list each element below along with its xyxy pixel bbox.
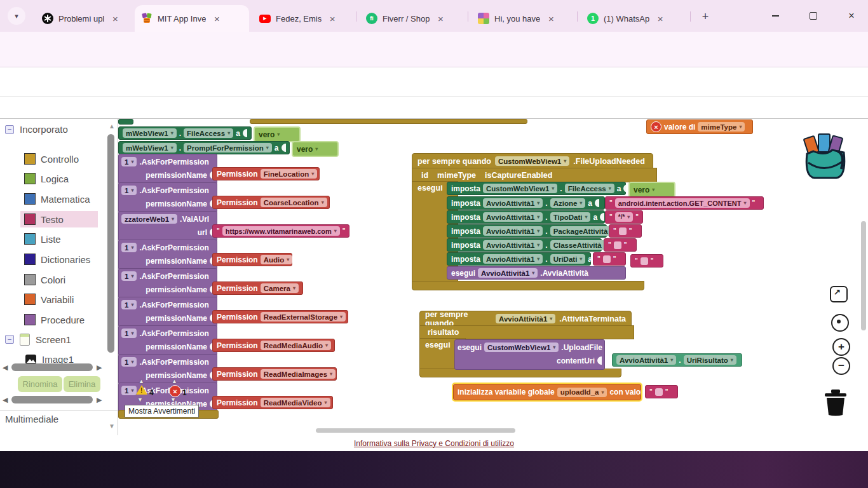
scroll-left-icon[interactable]: [3, 363, 8, 372]
component-dropdown[interactable]: zzatoreWeb1: [121, 214, 177, 224]
palette-item-liste[interactable]: Liste: [24, 231, 61, 247]
tree-collapse-icon[interactable]: [5, 335, 14, 344]
palette-item-variabili[interactable]: Variabili: [24, 291, 74, 308]
block-permission-audio[interactable]: Permission Audio: [212, 253, 292, 266]
block-askforpermission[interactable]: 1.AskForPermission permissionName: [118, 297, 217, 327]
tab-chatgpt[interactable]: Problemi upl: [36, 5, 132, 32]
tree-collapse-icon[interactable]: [5, 125, 14, 134]
component-dropdown[interactable]: 1: [121, 157, 137, 166]
component-dropdown[interactable]: AvvioAttività1: [483, 226, 543, 236]
block-set-promptforpermission[interactable]: mWebView1 . PromptForPermission a: [118, 141, 290, 154]
tab-mit-app-inventor[interactable]: MIT App Inve: [135, 5, 249, 32]
scroll-down-icon[interactable]: ▼: [109, 423, 115, 430]
block-text-url[interactable]: https://www.vitamarinaweb.com: [212, 224, 349, 238]
block-permission-readmediavideo[interactable]: Permission ReadMediaVideo: [212, 396, 333, 409]
block-when-attivitaterminata[interactable]: per sempre quando AvvioAttività1 .Attivi…: [419, 311, 632, 327]
palette-vscrollbar-thumb[interactable]: [107, 134, 114, 353]
block-valore-di-mimetype[interactable]: valore di mimeType: [646, 119, 753, 134]
permission-dropdown[interactable]: ReadMediaAudio: [261, 341, 331, 350]
fit-screen-icon[interactable]: [830, 286, 848, 302]
block-set-packageattivita[interactable]: imposta AvvioAttività1 . PackageAttività…: [447, 224, 607, 238]
block-set-fileaccess[interactable]: mWebView1 . FileAccess a: [118, 126, 252, 140]
block-askforpermission[interactable]: 1.AskForPermission permissionName: [118, 325, 217, 356]
block-set-fileaccess-inner[interactable]: imposta CustomWebView1 . FileAccess a: [447, 182, 626, 195]
param-mimetype[interactable]: mimeType: [437, 171, 476, 180]
permission-dropdown[interactable]: Camera: [261, 283, 299, 293]
component-dropdown[interactable]: CustomWebView1: [484, 342, 559, 352]
block-text-empty[interactable]: [645, 385, 678, 398]
block-set-uridati[interactable]: imposta AvvioAttività1 . UriDati a: [447, 252, 591, 266]
component-dropdown[interactable]: AvvioAttività1: [496, 314, 555, 323]
block-permission-camera[interactable]: Permission Camera: [212, 281, 303, 295]
tab-close-icon[interactable]: [654, 13, 666, 24]
palette-item-controllo[interactable]: Controllo: [24, 151, 79, 167]
block-set-classeattivita[interactable]: imposta AvvioAttività1 . ClasseAttività …: [447, 238, 602, 252]
canvas-hscrollbar-thumb[interactable]: [316, 428, 515, 433]
palette-item-procedure[interactable]: Procedure: [24, 311, 85, 328]
component-dropdown[interactable]: 1: [121, 357, 137, 367]
tab-close-icon[interactable]: [109, 13, 121, 24]
block-askforpermission[interactable]: 1.AskForPermission permissionName: [118, 154, 217, 184]
property-dropdown[interactable]: FileAccess: [565, 184, 614, 193]
scrollbar-thumb[interactable]: [11, 363, 93, 371]
zoom-out-icon[interactable]: −: [832, 357, 850, 375]
block-logic-vero[interactable]: vero: [628, 182, 675, 198]
permission-dropdown[interactable]: CoarseLocation: [261, 198, 327, 207]
component-dropdown[interactable]: mWebView1: [123, 143, 177, 152]
permission-dropdown[interactable]: ReadMediaVideo: [261, 398, 330, 407]
block-permission-finelocation[interactable]: Permission FineLocation: [212, 167, 320, 180]
param-id[interactable]: id: [421, 171, 428, 180]
palette-item-logica[interactable]: Logica: [24, 170, 69, 187]
component-dropdown[interactable]: AvvioAttività1: [483, 212, 543, 222]
block-permission-readmediaaudio[interactable]: Permission ReadMediaAudio: [212, 339, 335, 352]
palette-item-matematica[interactable]: Matematica: [24, 191, 90, 207]
trash-icon[interactable]: [820, 386, 851, 420]
tab-search-chevron-icon[interactable]: [8, 7, 25, 25]
component-dropdown[interactable]: 1: [121, 271, 137, 281]
block-text-empty[interactable]: [609, 224, 642, 238]
zoom-in-icon[interactable]: +: [832, 338, 850, 356]
privacy-link[interactable]: Informativa sulla Privacy e Condizioni d…: [354, 439, 514, 448]
tab-close-icon[interactable]: [545, 13, 557, 24]
palette-hscrollbar-2[interactable]: [0, 395, 104, 404]
scroll-up-icon[interactable]: ▲: [109, 123, 115, 130]
show-warnings-toggle[interactable]: Mostra Avvertimenti: [125, 405, 199, 417]
tab-youtube[interactable]: Fedez, Emis: [253, 5, 353, 32]
block-askforpermission[interactable]: 1.AskForPermission permissionName: [118, 182, 217, 213]
tab-fiverr[interactable]: Fiverr / Shop: [360, 5, 464, 32]
tab-close-icon[interactable]: [211, 13, 222, 24]
block-logic-vero[interactable]: vero: [292, 141, 339, 157]
block-init-global-uploadid[interactable]: inizializza variabile globale uploadId_a…: [453, 384, 641, 400]
palette-root-incorporato[interactable]: Incorporato: [5, 124, 68, 135]
block-get-uririsultato[interactable]: AvvioAttività1 . UriRisultato: [612, 353, 742, 367]
text-value[interactable]: */*: [615, 212, 634, 222]
property-dropdown[interactable]: Azione: [550, 198, 586, 208]
blocks-canvas[interactable]: mWebView1 . FileAccess a vero mWebView1 …: [118, 119, 868, 435]
palette-item-dictionaries[interactable]: Dictionaries: [24, 251, 90, 268]
window-minimize-button[interactable]: [761, 8, 789, 24]
param-iscaptureenabled[interactable]: isCaptureEnabled: [485, 171, 552, 180]
component-dropdown[interactable]: 1: [121, 300, 137, 309]
permission-dropdown[interactable]: FineLocation: [261, 169, 318, 179]
variable-dropdown[interactable]: mimeType: [698, 122, 745, 132]
canvas-vscrollbar-thumb[interactable]: [861, 221, 866, 330]
block-text-empty[interactable]: [593, 252, 626, 266]
block-askforpermission[interactable]: 1.AskForPermission permissionName: [118, 354, 217, 384]
variable-name[interactable]: uploadId_a: [557, 388, 607, 397]
center-blocks-icon[interactable]: [831, 314, 849, 332]
component-dropdown[interactable]: mWebView1: [123, 128, 177, 138]
tab-close-icon[interactable]: [435, 13, 446, 24]
block-askforpermission[interactable]: 1.AskForPermission permissionName: [118, 240, 217, 270]
backpack-icon[interactable]: [799, 132, 850, 183]
component-dropdown[interactable]: AvvioAttività1: [478, 268, 538, 278]
component-dropdown[interactable]: CustomWebView1: [495, 156, 569, 166]
property-dropdown[interactable]: TipoDati: [550, 212, 591, 222]
scroll-right-icon[interactable]: [97, 396, 102, 404]
property-dropdown[interactable]: PromptForPermission: [184, 143, 272, 152]
block-text-mimewildcard[interactable]: */*: [605, 210, 643, 224]
delete-button[interactable]: Elimina: [64, 376, 100, 392]
property-dropdown[interactable]: FileAccess: [184, 128, 233, 138]
property-dropdown[interactable]: UriDati: [550, 254, 586, 264]
block-when-fileuploadneeded[interactable]: per sempre quando CustomWebView1 .FileUp…: [412, 153, 653, 169]
component-dropdown[interactable]: AvvioAttività1: [483, 254, 543, 264]
